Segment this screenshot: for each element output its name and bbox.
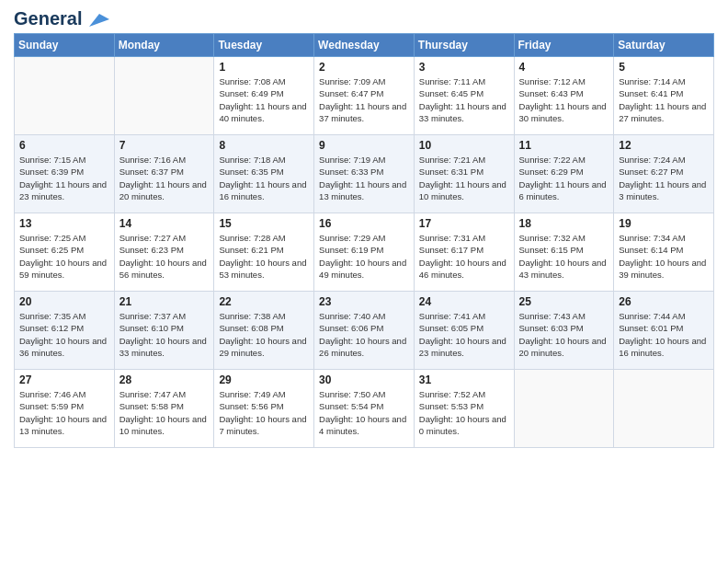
calendar-cell: 18Sunrise: 7:32 AM Sunset: 6:15 PM Dayli… (514, 213, 614, 292)
calendar-cell (15, 57, 115, 135)
day-number: 9 (319, 139, 409, 152)
day-info: Sunrise: 7:37 AM Sunset: 6:10 PM Dayligh… (119, 310, 210, 359)
calendar-cell (614, 370, 714, 448)
day-info: Sunrise: 7:29 AM Sunset: 6:19 PM Dayligh… (319, 232, 409, 281)
day-info: Sunrise: 7:08 AM Sunset: 6:49 PM Dayligh… (219, 75, 309, 124)
calendar-week-row: 6Sunrise: 7:15 AM Sunset: 6:39 PM Daylig… (15, 135, 714, 213)
day-info: Sunrise: 7:22 AM Sunset: 6:29 PM Dayligh… (519, 154, 609, 202)
day-number: 6 (19, 139, 109, 152)
calendar-cell: 9Sunrise: 7:19 AM Sunset: 6:33 PM Daylig… (314, 135, 415, 213)
day-number: 10 (419, 139, 509, 152)
day-number: 31 (419, 373, 509, 386)
calendar-cell: 14Sunrise: 7:27 AM Sunset: 6:23 PM Dayli… (114, 213, 214, 292)
day-number: 20 (19, 295, 109, 308)
day-info: Sunrise: 7:19 AM Sunset: 6:33 PM Dayligh… (319, 154, 409, 202)
logo: General (14, 9, 109, 26)
calendar-cell: 4Sunrise: 7:12 AM Sunset: 6:43 PM Daylig… (514, 57, 614, 135)
calendar-cell (514, 370, 614, 448)
day-number: 27 (19, 373, 109, 386)
calendar-cell: 17Sunrise: 7:31 AM Sunset: 6:17 PM Dayli… (414, 213, 514, 292)
day-info: Sunrise: 7:49 AM Sunset: 5:56 PM Dayligh… (219, 388, 309, 437)
calendar-cell: 22Sunrise: 7:38 AM Sunset: 6:08 PM Dayli… (214, 292, 314, 370)
calendar-cell: 15Sunrise: 7:28 AM Sunset: 6:21 PM Dayli… (214, 213, 314, 292)
day-info: Sunrise: 7:09 AM Sunset: 6:47 PM Dayligh… (319, 75, 409, 124)
calendar-cell: 13Sunrise: 7:25 AM Sunset: 6:25 PM Dayli… (15, 213, 115, 292)
day-info: Sunrise: 7:43 AM Sunset: 6:03 PM Dayligh… (519, 310, 609, 359)
day-number: 13 (19, 217, 109, 230)
day-number: 11 (519, 139, 609, 152)
calendar-header-row: SundayMondayTuesdayWednesdayThursdayFrid… (15, 34, 714, 57)
day-number: 29 (219, 373, 309, 386)
calendar-cell: 30Sunrise: 7:50 AM Sunset: 5:54 PM Dayli… (314, 370, 415, 448)
calendar-cell: 20Sunrise: 7:35 AM Sunset: 6:12 PM Dayli… (15, 292, 115, 370)
day-info: Sunrise: 7:14 AM Sunset: 6:41 PM Dayligh… (619, 75, 709, 124)
day-number: 7 (119, 139, 210, 152)
day-number: 17 (419, 217, 509, 230)
calendar-cell: 11Sunrise: 7:22 AM Sunset: 6:29 PM Dayli… (514, 135, 614, 213)
calendar-cell: 6Sunrise: 7:15 AM Sunset: 6:39 PM Daylig… (15, 135, 115, 213)
day-info: Sunrise: 7:41 AM Sunset: 6:05 PM Dayligh… (419, 310, 509, 359)
calendar-cell: 29Sunrise: 7:49 AM Sunset: 5:56 PM Dayli… (214, 370, 314, 448)
day-number: 26 (619, 295, 709, 308)
logo-icon (89, 14, 109, 27)
calendar-header-tuesday: Tuesday (214, 34, 314, 57)
calendar-cell: 8Sunrise: 7:18 AM Sunset: 6:35 PM Daylig… (214, 135, 314, 213)
calendar-cell: 23Sunrise: 7:40 AM Sunset: 6:06 PM Dayli… (314, 292, 415, 370)
day-info: Sunrise: 7:15 AM Sunset: 6:39 PM Dayligh… (19, 154, 109, 202)
calendar-cell: 25Sunrise: 7:43 AM Sunset: 6:03 PM Dayli… (514, 292, 614, 370)
day-info: Sunrise: 7:28 AM Sunset: 6:21 PM Dayligh… (219, 232, 309, 281)
svg-marker-0 (89, 14, 109, 27)
calendar-header-saturday: Saturday (614, 34, 714, 57)
header: General (14, 9, 714, 26)
calendar-week-row: 1Sunrise: 7:08 AM Sunset: 6:49 PM Daylig… (15, 57, 714, 135)
day-number: 4 (519, 61, 609, 74)
day-number: 23 (319, 295, 409, 308)
day-number: 30 (319, 373, 409, 386)
day-number: 28 (119, 373, 210, 386)
calendar-cell (114, 57, 214, 135)
day-info: Sunrise: 7:52 AM Sunset: 5:53 PM Dayligh… (419, 388, 509, 437)
day-number: 1 (219, 61, 309, 74)
day-info: Sunrise: 7:35 AM Sunset: 6:12 PM Dayligh… (19, 310, 109, 359)
page: General SundayMondayTuesdayWednesdayThur… (0, 0, 728, 563)
day-info: Sunrise: 7:18 AM Sunset: 6:35 PM Dayligh… (219, 154, 309, 202)
calendar-cell: 7Sunrise: 7:16 AM Sunset: 6:37 PM Daylig… (114, 135, 214, 213)
calendar-cell: 16Sunrise: 7:29 AM Sunset: 6:19 PM Dayli… (314, 213, 415, 292)
day-info: Sunrise: 7:25 AM Sunset: 6:25 PM Dayligh… (19, 232, 109, 281)
day-info: Sunrise: 7:12 AM Sunset: 6:43 PM Dayligh… (519, 75, 609, 124)
day-number: 2 (319, 61, 409, 74)
calendar-cell: 21Sunrise: 7:37 AM Sunset: 6:10 PM Dayli… (114, 292, 214, 370)
day-number: 3 (419, 61, 509, 74)
day-info: Sunrise: 7:31 AM Sunset: 6:17 PM Dayligh… (419, 232, 509, 281)
calendar-cell: 31Sunrise: 7:52 AM Sunset: 5:53 PM Dayli… (414, 370, 514, 448)
day-number: 24 (419, 295, 509, 308)
calendar-cell: 5Sunrise: 7:14 AM Sunset: 6:41 PM Daylig… (614, 57, 714, 135)
calendar-header-thursday: Thursday (414, 34, 514, 57)
calendar: SundayMondayTuesdayWednesdayThursdayFrid… (14, 33, 714, 448)
day-info: Sunrise: 7:16 AM Sunset: 6:37 PM Dayligh… (119, 154, 210, 202)
day-number: 18 (519, 217, 609, 230)
day-number: 22 (219, 295, 309, 308)
day-info: Sunrise: 7:46 AM Sunset: 5:59 PM Dayligh… (19, 388, 109, 437)
day-info: Sunrise: 7:32 AM Sunset: 6:15 PM Dayligh… (519, 232, 609, 281)
day-info: Sunrise: 7:44 AM Sunset: 6:01 PM Dayligh… (619, 310, 709, 359)
calendar-cell: 24Sunrise: 7:41 AM Sunset: 6:05 PM Dayli… (414, 292, 514, 370)
calendar-cell: 2Sunrise: 7:09 AM Sunset: 6:47 PM Daylig… (314, 57, 415, 135)
day-number: 21 (119, 295, 210, 308)
day-number: 8 (219, 139, 309, 152)
calendar-header-friday: Friday (514, 34, 614, 57)
logo-text: General (14, 9, 109, 28)
day-number: 15 (219, 217, 309, 230)
calendar-week-row: 27Sunrise: 7:46 AM Sunset: 5:59 PM Dayli… (15, 370, 714, 448)
day-number: 19 (619, 217, 709, 230)
calendar-cell: 12Sunrise: 7:24 AM Sunset: 6:27 PM Dayli… (614, 135, 714, 213)
calendar-cell: 28Sunrise: 7:47 AM Sunset: 5:58 PM Dayli… (114, 370, 214, 448)
day-info: Sunrise: 7:27 AM Sunset: 6:23 PM Dayligh… (119, 232, 210, 281)
day-number: 12 (619, 139, 709, 152)
calendar-cell: 3Sunrise: 7:11 AM Sunset: 6:45 PM Daylig… (414, 57, 514, 135)
calendar-cell: 27Sunrise: 7:46 AM Sunset: 5:59 PM Dayli… (15, 370, 115, 448)
calendar-cell: 19Sunrise: 7:34 AM Sunset: 6:14 PM Dayli… (614, 213, 714, 292)
day-info: Sunrise: 7:40 AM Sunset: 6:06 PM Dayligh… (319, 310, 409, 359)
calendar-cell: 1Sunrise: 7:08 AM Sunset: 6:49 PM Daylig… (214, 57, 314, 135)
day-number: 14 (119, 217, 210, 230)
